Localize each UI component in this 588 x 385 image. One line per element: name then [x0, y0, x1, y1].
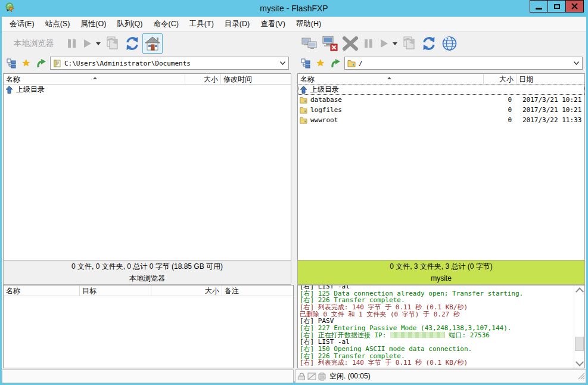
log-line: [右] 227 Entering Passive Mode (43,248,13… — [300, 325, 573, 332]
queue-header: 名称 目标 大小 备注 — [4, 285, 293, 296]
folder-icon — [347, 60, 356, 67]
start-queue-dropdown-remote[interactable] — [391, 33, 399, 54]
column-header-size[interactable]: 大小 — [185, 74, 221, 84]
transfer-selected-button[interactable] — [102, 33, 122, 54]
folder-tree-button[interactable] — [5, 57, 17, 69]
queue-body[interactable] — [4, 296, 293, 368]
menu-sites[interactable]: 站点(S) — [40, 17, 76, 31]
play-icon — [82, 38, 92, 49]
file-row[interactable]: wwwroot02017/3/22 11:33 — [298, 115, 584, 125]
log-line: [右] 列表完成: 140 字节 于 0.11 秒 (0.1 KB/秒) — [300, 359, 573, 367]
favorites-button[interactable]: ★ — [20, 57, 32, 69]
column-header-name[interactable]: 名称 — [298, 74, 484, 84]
favorites-button-remote[interactable]: ★ — [315, 57, 326, 69]
pause-queue-button-remote[interactable] — [360, 33, 376, 54]
column-header-size[interactable]: 大小 — [484, 74, 517, 84]
parent-directory-row[interactable]: 上级目录 — [4, 85, 291, 95]
menu-tools[interactable]: 工具(T) — [184, 17, 219, 31]
title-bar[interactable]: mysite - FlashFXP — [0, 0, 588, 17]
menu-directory[interactable]: 目录(D) — [219, 17, 255, 31]
local-pane: 本地浏览器 — [2, 32, 293, 285]
folder-tree-icon — [7, 58, 17, 69]
resize-grip[interactable] — [577, 371, 585, 382]
remote-status-counts: 0 文件, 3 文件夹, 3 总计 (0 字节) — [298, 260, 584, 272]
menu-commands[interactable]: 命令(C) — [148, 17, 183, 31]
remote-path-combobox[interactable]: / — [344, 57, 583, 70]
folder-tree-button-remote[interactable] — [300, 57, 312, 69]
queue-column-note[interactable]: 备注 — [222, 285, 293, 296]
transfer-selected-button-remote[interactable] — [399, 33, 419, 54]
connect-button[interactable] — [300, 33, 320, 54]
flashfxp-window: mysite - FlashFXP 会话(E) 站点(S) 属性(O) 队列(Q… — [0, 0, 588, 385]
scroll-down-button[interactable] — [574, 358, 584, 368]
start-queue-button[interactable] — [79, 33, 95, 54]
close-button[interactable] — [565, 0, 584, 13]
connect-icon — [301, 36, 319, 51]
column-header-date[interactable]: 日期 — [517, 74, 584, 84]
pause-queue-button[interactable] — [64, 33, 79, 54]
remote-path-value: / — [359, 60, 571, 67]
remote-list-header: 名称 大小 日期 — [298, 74, 584, 85]
local-browser-selector[interactable]: 本地浏览器 — [14, 38, 54, 49]
abort-x-icon — [343, 36, 358, 51]
idle-status-text: 空闲. (00:05) — [329, 371, 371, 381]
status-bar: 空闲. (00:05) — [2, 370, 586, 383]
scrollbar-track[interactable] — [574, 296, 584, 358]
remote-path-dropdown[interactable] — [571, 57, 581, 69]
log-scrollbar[interactable] — [574, 285, 584, 368]
menu-options[interactable]: 属性(O) — [75, 17, 111, 31]
scrollbar-thumb[interactable] — [575, 337, 584, 351]
start-queue-dropdown[interactable] — [95, 33, 102, 54]
minimize-button[interactable] — [530, 0, 548, 13]
queue-column-name[interactable]: 名称 — [4, 285, 80, 296]
parent-directory-row[interactable]: 上级目录 — [298, 85, 584, 95]
transfer-icon — [104, 36, 120, 51]
column-header-name[interactable]: 名称 — [4, 74, 185, 84]
close-icon — [571, 3, 578, 10]
bottom-area: 名称 目标 大小 备注 [右] LIST -al[右] 125 Data con… — [2, 285, 586, 368]
web-button[interactable] — [439, 33, 459, 54]
menu-help[interactable]: 帮助(H) — [291, 17, 326, 31]
redacted-ip — [390, 332, 445, 338]
chevron-down-icon — [393, 42, 397, 45]
abort-button[interactable] — [340, 33, 360, 54]
log-line: [右] 226 Transfer complete. — [300, 353, 573, 360]
start-queue-button-remote[interactable] — [376, 33, 391, 54]
lock-icon — [297, 372, 306, 381]
local-list-header: 名称 大小 修改时间 — [4, 74, 291, 85]
maximize-button[interactable] — [547, 0, 566, 13]
file-row[interactable]: database02017/3/21 10:21 — [298, 95, 584, 105]
home-button[interactable] — [142, 33, 163, 54]
play-icon — [378, 38, 389, 49]
window-controls — [530, 0, 584, 13]
folder-tree-icon — [301, 58, 311, 69]
home-icon — [144, 36, 161, 51]
local-path-dropdown[interactable] — [278, 57, 287, 69]
up-directory-button-remote[interactable] — [329, 57, 341, 69]
refresh-button[interactable] — [122, 33, 142, 54]
local-status-panel: 0 文件, 0 文件夹, 0 总计 0 字节 (18.85 GB 可用) 本地浏… — [3, 260, 291, 285]
transfer-queue: 名称 目标 大小 备注 — [3, 285, 294, 368]
disconnect-button[interactable] — [320, 33, 340, 54]
refresh-button-remote[interactable] — [419, 33, 439, 54]
queue-column-target[interactable]: 目标 — [80, 285, 151, 296]
disconnect-icon — [321, 35, 339, 52]
menu-session[interactable]: 会话(E) — [4, 17, 40, 31]
up-directory-button[interactable] — [35, 57, 47, 69]
browser-area: 本地浏览器 — [2, 32, 586, 285]
file-row[interactable]: logfiles02017/3/21 10:21 — [298, 105, 584, 115]
split-view-icon — [307, 372, 316, 380]
folder-icon — [300, 107, 307, 114]
scroll-up-button[interactable] — [574, 285, 584, 296]
log-line: [右] 226 Transfer complete. — [300, 297, 573, 304]
menu-queue[interactable]: 队列(Q) — [111, 17, 148, 31]
column-header-modified[interactable]: 修改时间 — [221, 74, 291, 84]
local-file-list: 名称 大小 修改时间 上级目录 — [3, 73, 291, 260]
log-line: [右] 150 Opening ASCII mode data connecti… — [300, 346, 573, 353]
local-path-combobox[interactable]: C:\Users\Administrator\Documents — [50, 57, 289, 70]
queue-column-size[interactable]: 大小 — [151, 285, 222, 296]
log-line: 已删除 0 文件 和 1 文件夹 (0 字节) 于 0.27 秒 — [300, 311, 573, 318]
menu-view[interactable]: 查看(V) — [255, 17, 291, 31]
log-line: [右] LIST -al — [300, 339, 573, 346]
session-log[interactable]: [右] LIST -al[右] 125 Data connection alre… — [297, 285, 585, 368]
